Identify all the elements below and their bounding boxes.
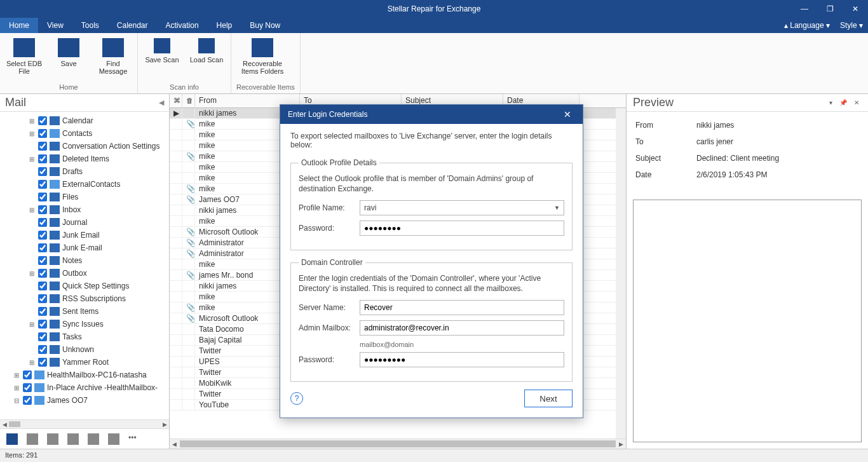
tree-hscroll[interactable]: ◀▶	[0, 419, 169, 428]
domain-password-input[interactable]	[360, 352, 564, 367]
menu-tools[interactable]: Tools	[72, 18, 108, 33]
tree-checkbox[interactable]	[38, 294, 47, 303]
folder-tree[interactable]: ⊞Calendar⊞ContactsConversation Action Se…	[0, 112, 169, 419]
tree-item[interactable]: Sent Items	[0, 305, 169, 318]
mail-view-icon[interactable]	[6, 433, 18, 445]
tree-item[interactable]: Journal	[0, 216, 169, 229]
tree-checkbox[interactable]	[38, 231, 47, 240]
tree-item[interactable]: Drafts	[0, 165, 169, 178]
minimize-button[interactable]: —	[792, 0, 817, 18]
col-delete[interactable]: 🗑	[182, 94, 195, 107]
grid-vscroll[interactable]	[616, 108, 626, 438]
tree-item[interactable]: Quick Step Settings	[0, 280, 169, 292]
style-menu[interactable]: Style ▾	[835, 18, 868, 33]
contacts-view-icon[interactable]	[47, 433, 58, 445]
collapse-pane-button[interactable]: ◀	[159, 99, 164, 107]
tree-checkbox[interactable]	[23, 383, 32, 392]
tree-checkbox[interactable]	[23, 396, 32, 405]
tree-checkbox[interactable]	[38, 269, 47, 278]
tree-item[interactable]: Notes	[0, 254, 169, 267]
close-button[interactable]: ✕	[843, 0, 868, 18]
tree-item[interactable]: ⊞Calendar	[0, 114, 169, 127]
tree-item[interactable]: ⊞Inbox	[0, 203, 169, 216]
binoculars-icon	[102, 38, 124, 57]
menu-buynow[interactable]: Buy Now	[241, 18, 289, 33]
help-icon[interactable]: ?	[290, 392, 303, 405]
recoverable-folders-button[interactable]: Recoverable Items Folders	[236, 36, 288, 82]
load-scan-button[interactable]: Load Scan	[187, 36, 226, 82]
menu-activation[interactable]: Activation	[157, 18, 208, 33]
more-views-icon[interactable]: •••	[128, 433, 137, 445]
tree-checkbox[interactable]	[38, 167, 47, 176]
folder-icon	[50, 180, 60, 189]
tree-item[interactable]: ⊞In-Place Archive -HealthMailbox-	[0, 381, 169, 394]
col-attachment[interactable]: ⌘	[170, 94, 182, 107]
language-menu[interactable]: ▴ Language ▾	[779, 18, 835, 33]
tree-checkbox[interactable]	[38, 256, 47, 265]
tree-item[interactable]: ⊞Deleted Items	[0, 153, 169, 165]
tree-item[interactable]: ⊞Sync Issues	[0, 318, 169, 330]
tree-checkbox[interactable]	[38, 142, 47, 151]
grid-hscroll[interactable]: ◀▶	[170, 438, 626, 449]
select-edb-button[interactable]: Select EDB File	[5, 36, 43, 82]
preview-meta: Fromnikki james Tocarlis jener SubjectDe…	[627, 112, 868, 196]
dialog-close-button[interactable]: ✕	[560, 109, 575, 119]
tree-item[interactable]: ExternalContacts	[0, 178, 169, 191]
notes-view-icon[interactable]	[88, 433, 99, 445]
profile-password-input[interactable]	[360, 221, 564, 236]
restore-button[interactable]: ❐	[817, 0, 843, 18]
mail-pane-title: Mail	[5, 96, 26, 109]
tree-item[interactable]: Junk Email	[0, 229, 169, 241]
tree-item[interactable]: ⊞Outbox	[0, 267, 169, 280]
next-button[interactable]: Next	[524, 390, 573, 407]
preview-pane-controls[interactable]: ▾ 📌 ✕	[829, 99, 862, 106]
folder-icon	[34, 383, 44, 392]
tree-checkbox[interactable]	[38, 154, 47, 163]
admin-mailbox-input[interactable]	[360, 320, 564, 336]
tree-checkbox[interactable]	[38, 332, 47, 341]
find-message-button[interactable]: Find Message	[94, 36, 132, 82]
tree-checkbox[interactable]	[38, 129, 47, 138]
preview-date: 2/6/2019 1:05:43 PM	[696, 170, 767, 179]
tree-checkbox[interactable]	[23, 370, 32, 379]
tree-item[interactable]: RSS Subscriptions	[0, 292, 169, 305]
server-name-input[interactable]	[360, 300, 564, 315]
menu-calendar[interactable]: Calendar	[108, 18, 157, 33]
tree-checkbox[interactable]	[38, 218, 47, 227]
tree-item[interactable]: ⊟James OO7	[0, 394, 169, 407]
profile-name-combo[interactable]: ravi▼	[360, 200, 564, 215]
tree-item[interactable]: ⊞Yammer Root	[0, 356, 169, 369]
tree-item[interactable]: Junk E-mail	[0, 241, 169, 254]
folder-icon	[50, 320, 60, 329]
tree-item[interactable]: Tasks	[0, 330, 169, 343]
tree-item[interactable]: Files	[0, 191, 169, 203]
tree-checkbox[interactable]	[38, 307, 47, 316]
calendar-view-icon[interactable]	[27, 433, 38, 445]
tree-checkbox[interactable]	[38, 282, 47, 290]
menu-help[interactable]: Help	[208, 18, 241, 33]
tree-checkbox[interactable]	[38, 320, 47, 329]
ribbon-group-home: Select EDB File Save Find Message Home	[0, 33, 138, 93]
login-dialog: Enter Login Credentials ✕ To export sele…	[280, 104, 583, 418]
tree-item[interactable]: ⊞Contacts	[0, 127, 169, 140]
tree-item[interactable]: ⊞HealthMailbox-PC16-natasha	[0, 369, 169, 381]
journal-view-icon[interactable]	[108, 433, 119, 445]
tree-checkbox[interactable]	[38, 358, 47, 367]
tree-checkbox[interactable]	[38, 193, 47, 201]
tree-item[interactable]: Conversation Action Settings	[0, 140, 169, 153]
menu-view[interactable]: View	[38, 18, 72, 33]
save-button[interactable]: Save	[50, 36, 88, 82]
tasks-view-icon[interactable]	[67, 433, 79, 445]
tree-checkbox[interactable]	[38, 345, 47, 354]
folder-icon	[50, 294, 60, 303]
save-scan-button[interactable]: Save Scan	[143, 36, 181, 82]
tree-checkbox[interactable]	[38, 116, 47, 125]
tree-item[interactable]: Unknown	[0, 343, 169, 356]
tree-checkbox[interactable]	[38, 205, 47, 214]
folder-icon	[50, 307, 60, 316]
tree-checkbox[interactable]	[38, 180, 47, 189]
load-scan-icon	[198, 38, 215, 53]
menu-home[interactable]: Home	[0, 18, 38, 33]
tree-checkbox[interactable]	[38, 243, 47, 252]
dialog-header[interactable]: Enter Login Credentials ✕	[280, 105, 583, 124]
